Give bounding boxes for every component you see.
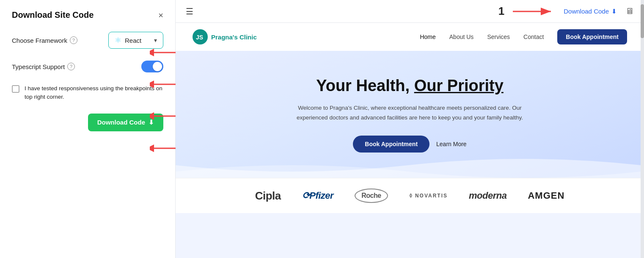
left-panel: Download Site Code × Choose Framework ? … <box>0 0 176 258</box>
site-hero: Your Health, Our Priority Welcome to Pra… <box>176 51 644 178</box>
checkbox-row: I have tested responsiveness using the b… <box>12 84 163 102</box>
typescript-label: Typescript Support ? <box>12 63 75 70</box>
svg-text:JS: JS <box>196 34 203 41</box>
topbar-left: ☰ <box>186 6 193 17</box>
typescript-help-icon[interactable]: ? <box>67 63 75 70</box>
arrow-step1 <box>513 6 555 17</box>
step1-label: 1 <box>498 5 504 18</box>
hero-wave-decoration <box>176 153 641 178</box>
checkbox-label: I have tested responsiveness using the b… <box>25 84 163 102</box>
panel-title: Download Site Code <box>12 10 94 20</box>
logo-icon: JS <box>193 29 208 44</box>
framework-select[interactable]: ⚛ React ▾ <box>108 32 163 49</box>
logo-text: Pragna's Clinic <box>211 33 257 41</box>
site-nav-links: Home About Us Services Contact Book Appo… <box>420 29 627 44</box>
react-icon: ⚛ <box>115 36 121 45</box>
monitor-icon[interactable]: 🖥 <box>625 6 634 16</box>
framework-field-row: Choose Framework ? ⚛ React ▾ <box>12 32 163 49</box>
hamburger-icon[interactable]: ☰ <box>186 6 193 17</box>
topbar-download-label: Download Code <box>564 8 609 15</box>
logos-section: Cipla ⟳Pfizer Roche ᛰ NOVARTIS moderna A… <box>176 178 644 213</box>
preview-topbar: ☰ 1 Download Code ⬇ 🖥 <box>176 0 644 23</box>
right-panel: ☰ 1 Download Code ⬇ 🖥 JS <box>176 0 644 258</box>
toggle-thumb <box>153 62 162 71</box>
framework-label: Choose Framework ? <box>12 36 77 44</box>
brand-amgen: AMGEN <box>528 190 564 201</box>
typescript-field-row: Typescript Support ? <box>12 61 163 72</box>
hero-learn-more-button[interactable]: Learn More <box>436 141 467 147</box>
nav-link-about[interactable]: About Us <box>449 33 474 40</box>
chevron-down-icon: ▾ <box>154 37 157 44</box>
framework-name: React <box>125 37 151 44</box>
brand-roche: Roche <box>355 189 388 203</box>
brand-novartis: ᛰ NOVARTIS <box>409 193 448 199</box>
close-button[interactable]: × <box>158 11 163 19</box>
brand-cipla: Cipla <box>255 189 281 203</box>
nav-link-contact[interactable]: Contact <box>523 33 544 40</box>
brand-pfizer: ⟳Pfizer <box>302 190 333 201</box>
typescript-toggle[interactable] <box>141 61 163 72</box>
responsiveness-checkbox[interactable] <box>12 85 19 93</box>
site-navbar: JS Pragna's Clinic Home About Us Service… <box>176 23 644 51</box>
nav-link-services[interactable]: Services <box>487 33 510 40</box>
hero-book-appointment-button[interactable]: Book Appointment <box>353 136 429 153</box>
download-btn-icon: ⬇ <box>149 119 154 126</box>
scrollbar-thumb[interactable] <box>641 4 644 38</box>
nav-book-appointment-button[interactable]: Book Appointment <box>557 29 627 44</box>
panel-header: Download Site Code × <box>12 10 163 20</box>
scrollbar[interactable] <box>641 0 644 258</box>
brand-moderna: moderna <box>469 190 506 201</box>
hero-title: Your Health, Our Priority <box>316 76 504 96</box>
nav-link-home[interactable]: Home <box>420 33 435 40</box>
topbar-download-icon: ⬇ <box>611 8 617 15</box>
download-btn-label: Download Code <box>97 119 145 126</box>
hero-subtitle: Welcome to Pragna's Clinic, where except… <box>292 103 528 123</box>
download-btn-row: Download Code ⬇ <box>12 114 163 131</box>
topbar-right: 1 Download Code ⬇ 🖥 <box>498 5 634 18</box>
framework-help-icon[interactable]: ? <box>70 36 77 44</box>
download-code-button[interactable]: Download Code ⬇ <box>88 114 163 131</box>
site-logo: JS Pragna's Clinic <box>193 29 257 44</box>
hero-buttons: Book Appointment Learn More <box>353 136 466 153</box>
topbar-download-code-link[interactable]: Download Code ⬇ <box>564 8 617 15</box>
website-preview: JS Pragna's Clinic Home About Us Service… <box>176 23 644 258</box>
